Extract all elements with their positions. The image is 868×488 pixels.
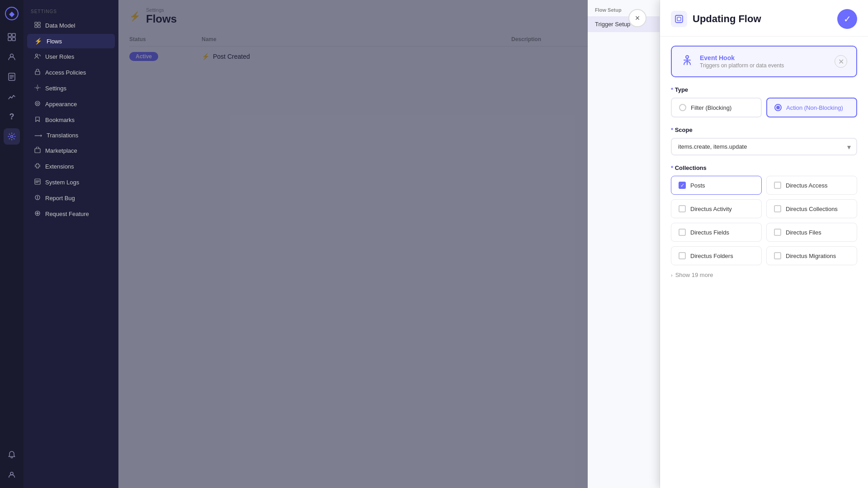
collection-directus-files-label: Directus Files: [786, 229, 821, 236]
data-model-icon: [34, 22, 41, 29]
event-hook-remove-button[interactable]: ✕: [835, 55, 847, 68]
sidebar-item-system-logs[interactable]: System Logs: [27, 175, 115, 190]
sidebar-item-extensions-label: Extensions: [45, 163, 74, 170]
type-options: Filter (Blocking) Action (Non-Blocking): [671, 98, 857, 117]
collection-item-directus-access[interactable]: Directus Access: [766, 176, 857, 195]
system-logs-icon: [34, 178, 41, 186]
checkbox-directus-fields: [679, 229, 686, 236]
collection-item-directus-files[interactable]: Directus Files: [766, 223, 857, 242]
icon-rail: ◆ ?: [0, 0, 24, 488]
flow-setup-icon: [671, 11, 687, 27]
svg-rect-23: [675, 15, 683, 23]
sidebar-item-data-model[interactable]: Data Model: [27, 18, 115, 33]
sidebar-item-request-feature[interactable]: Request Feature: [27, 206, 115, 221]
svg-rect-19: [35, 149, 40, 153]
show-more-label: Show 19 more: [675, 272, 713, 278]
save-button[interactable]: ✓: [837, 9, 857, 29]
trigger-setup-sidebar: Flow Setup Trigger Setup: [588, 0, 660, 488]
scope-select[interactable]: items.create, items.update: [671, 138, 857, 155]
scope-section: * Scope items.create, items.update ▾: [671, 127, 857, 155]
rail-icon-content[interactable]: [4, 29, 20, 45]
flows-icon: ⚡: [34, 38, 42, 45]
type-section-label: * Type: [671, 86, 857, 93]
collection-directus-access-label: Directus Access: [786, 182, 827, 189]
extensions-icon: [34, 163, 41, 170]
collection-directus-migrations-label: Directus Migrations: [786, 253, 836, 259]
type-required-marker: *: [671, 86, 673, 93]
appearance-icon: [34, 100, 41, 108]
checkbox-directus-migrations: [774, 252, 781, 259]
event-hook-text: Event Hook Triggers on platform or data …: [700, 54, 784, 69]
collection-item-posts[interactable]: ✓ Posts: [671, 176, 762, 195]
sidebar-item-marketplace-label: Marketplace: [45, 147, 77, 154]
collection-item-directus-fields[interactable]: Directus Fields: [671, 223, 762, 242]
sidebar-item-settings[interactable]: Settings: [27, 81, 115, 96]
rail-icon-settings[interactable]: [4, 128, 20, 145]
sidebar-item-flows[interactable]: ⚡ Flows: [27, 34, 115, 48]
collection-item-directus-migrations[interactable]: Directus Migrations: [766, 246, 857, 265]
event-hook-card[interactable]: Event Hook Triggers on platform or data …: [671, 46, 857, 77]
rail-icon-notifications[interactable]: [4, 446, 20, 463]
collection-posts-label: Posts: [690, 182, 705, 189]
close-button[interactable]: ×: [628, 9, 646, 27]
svg-point-16: [37, 87, 38, 89]
sidebar-item-bookmarks[interactable]: Bookmarks: [27, 113, 115, 127]
sidebar-item-user-roles[interactable]: User Roles: [27, 49, 115, 64]
sidebar-breadcrumb: Settings: [24, 7, 118, 18]
sidebar-item-system-logs-label: System Logs: [45, 179, 79, 186]
rail-icon-users[interactable]: [4, 49, 20, 65]
sidebar-item-flows-label: Flows: [47, 38, 62, 45]
collection-item-directus-collections[interactable]: Directus Collections: [766, 199, 857, 218]
svg-rect-10: [35, 22, 37, 24]
flow-setup-title-area: Updating Flow: [671, 11, 761, 27]
svg-rect-4: [8, 38, 11, 41]
sidebar-item-access-policies[interactable]: Access Policies: [27, 65, 115, 80]
collections-label-text: Collections: [675, 164, 707, 171]
svg-point-8: [11, 136, 13, 138]
rail-icon-docs[interactable]: ?: [4, 108, 20, 125]
svg-point-17: [35, 101, 40, 106]
sidebar-item-report-bug-label: Report Bug: [45, 195, 75, 202]
checkbox-directus-collections: [774, 205, 781, 212]
collection-directus-fields-label: Directus Fields: [690, 229, 729, 236]
sidebar-item-user-roles-label: User Roles: [45, 53, 74, 60]
scope-section-label: * Scope: [671, 127, 857, 133]
trigger-setup-item[interactable]: Trigger Setup: [588, 16, 660, 32]
checkbox-directus-access: [774, 182, 781, 189]
sidebar-item-settings-label: Settings: [45, 85, 66, 92]
flow-setup-title: Updating Flow: [693, 13, 761, 25]
report-bug-icon: [34, 194, 41, 202]
sidebar-item-marketplace[interactable]: Marketplace: [27, 143, 115, 158]
svg-rect-24: [677, 17, 681, 21]
rail-icon-insights[interactable]: [4, 89, 20, 105]
svg-rect-15: [35, 71, 40, 75]
type-option-filter[interactable]: Filter (Blocking): [671, 98, 762, 117]
type-label-text: Type: [675, 86, 688, 93]
sidebar-item-data-model-label: Data Model: [45, 22, 75, 29]
sidebar-item-translations[interactable]: ⟿ Translations: [27, 128, 115, 142]
sidebar-item-translations-label: Translations: [47, 132, 78, 139]
sidebar-item-report-bug[interactable]: Report Bug: [27, 191, 115, 206]
sidebar-item-extensions[interactable]: Extensions: [27, 159, 115, 174]
collections-section-label: * Collections: [671, 164, 857, 171]
event-hook-title: Event Hook: [700, 54, 784, 61]
type-option-action[interactable]: Action (Non-Blocking): [766, 98, 857, 117]
sidebar-item-appearance[interactable]: Appearance: [27, 97, 115, 112]
settings-icon: [34, 84, 41, 92]
collections-required-marker: *: [671, 164, 673, 171]
collection-item-directus-folders[interactable]: Directus Folders: [671, 246, 762, 265]
collection-item-directus-activity[interactable]: Directus Activity: [671, 199, 762, 218]
rail-icon-files[interactable]: [4, 69, 20, 85]
type-option-action-label: Action (Non-Blocking): [786, 104, 843, 111]
app-logo[interactable]: ◆: [4, 5, 20, 22]
svg-text:◆: ◆: [9, 10, 15, 18]
event-hook-subtitle: Triggers on platform or data events: [700, 62, 784, 69]
show-more-button[interactable]: › Show 19 more: [671, 270, 857, 280]
show-more-chevron-icon: ›: [671, 272, 673, 278]
rail-icon-account[interactable]: [4, 466, 20, 483]
sidebar-item-access-policies-label: Access Policies: [45, 69, 86, 76]
svg-rect-11: [38, 22, 40, 24]
svg-rect-2: [8, 33, 11, 37]
sidebar-item-appearance-label: Appearance: [45, 101, 77, 108]
flow-setup-sidebar-title: Flow Setup: [588, 5, 660, 16]
